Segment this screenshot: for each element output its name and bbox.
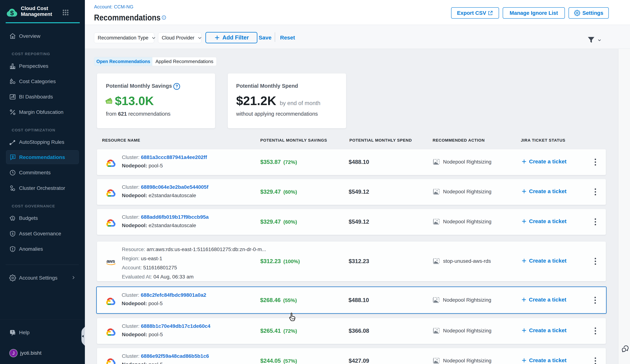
svg-text:$: $: [12, 232, 14, 235]
svg-text:?: ?: [12, 330, 13, 334]
svg-text:$: $: [10, 9, 14, 17]
svg-text:aws: aws: [106, 258, 115, 264]
svg-text:$: $: [12, 216, 13, 219]
